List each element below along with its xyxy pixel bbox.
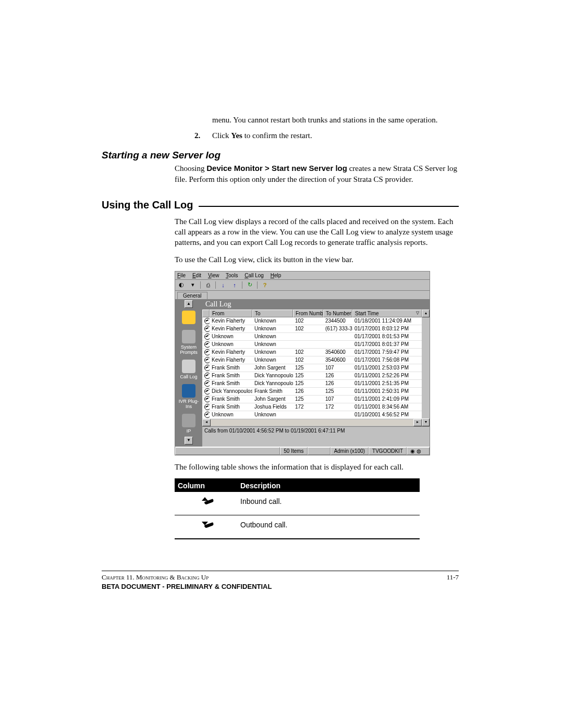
scroll-up-icon[interactable]: ▴ [422, 310, 430, 317]
label: Call Log [180, 374, 197, 379]
tool-refresh-icon[interactable]: ↻ [246, 281, 254, 289]
call-direction-icon [202, 396, 210, 403]
ivr-icon [182, 384, 195, 398]
menubar[interactable]: File Edit View Tools Call Log Help [175, 272, 430, 280]
col-to-number[interactable]: To Number [323, 310, 352, 317]
tool-up-icon[interactable]: ↑ [230, 281, 239, 289]
sort-icon: ▽ [416, 311, 419, 315]
col-to[interactable]: To [252, 310, 293, 317]
tabbar: General [175, 291, 430, 299]
sidebar-item-ivr[interactable]: IVR Plug-Ins [177, 384, 200, 409]
cell-start-time: 01/17/2001 7:59:47 PM [352, 349, 422, 356]
cell-start-time: 01/18/2001 11:24:09 AM [352, 317, 422, 325]
menu-file[interactable]: File [177, 273, 186, 278]
cell-start-time: 01/17/2001 8:01:53 PM [352, 333, 422, 340]
v-scrollbar[interactable]: ▴ ▾ [422, 310, 430, 426]
para-call-log-1: The Call Log view displays a record of t… [175, 216, 459, 248]
table-row[interactable]: Dick YannopoulosFrank Smith12612501/11/2… [202, 388, 422, 396]
col-from-number[interactable]: From Number [293, 310, 323, 317]
cell-to: Dick Yannopoulos [252, 372, 293, 379]
table-row[interactable]: Kevin FlahertyUnknown102(617) 333-34501/… [202, 325, 422, 333]
cell-from: Unknown [210, 411, 252, 418]
cell-start-time: 01/11/2001 2:52:26 PM [352, 372, 422, 379]
tool-print-icon[interactable]: ⎙ [204, 281, 212, 289]
table-row[interactable]: UnknownUnknown01/17/2001 8:01:53 PM [202, 333, 422, 341]
call-direction-icon [202, 380, 210, 387]
col-icon[interactable] [202, 310, 210, 317]
table-row: Outbound call. [175, 515, 420, 539]
cell-to-number: 3540600 [323, 356, 352, 364]
para-server-log: Choosing Device Monitor > Start new Serv… [175, 163, 459, 184]
menu-view[interactable]: View [208, 273, 219, 278]
table-row[interactable]: UnknownUnknown01/17/2001 8:01:37 PM [202, 341, 422, 349]
column-description-table: Column Description Inbound call. Outboun… [175, 478, 420, 539]
cell-from: Frank Smith [210, 372, 252, 379]
scroll-down-icon[interactable]: ▾ [422, 418, 430, 426]
h-scrollbar[interactable]: ◂ ▸ [202, 419, 422, 426]
cell-from-number: 125 [293, 364, 323, 372]
status-tray-icon[interactable]: ◉ ◍ [407, 447, 430, 455]
call-direction-icon [202, 388, 210, 395]
cell-from-number [293, 411, 323, 418]
cell-to: Unknown [252, 349, 293, 356]
sidebar-item-ip[interactable]: IP [177, 414, 200, 434]
cell-from: Kevin Flaherty [210, 317, 252, 325]
step-number: 2. [194, 131, 212, 140]
table-row[interactable]: Kevin FlahertyUnknown102354060001/17/200… [202, 356, 422, 364]
step-2: 2. Click Yes to confirm the restart. [194, 131, 459, 140]
col-from[interactable]: From [210, 310, 252, 317]
label: IVR Plug-Ins [179, 399, 199, 409]
cell-from: Frank Smith [210, 380, 252, 387]
scroll-left-icon[interactable]: ◂ [202, 419, 211, 426]
sidebar-up-icon[interactable]: ▲ [185, 300, 193, 308]
sidebar-item-system-prompts[interactable]: System Prompts [177, 330, 200, 355]
table-row[interactable]: UnknownUnknown01/10/2001 4:56:52 PM [202, 411, 422, 419]
scroll-right-icon[interactable]: ▸ [413, 419, 422, 426]
cell-to-number: 2344500 [323, 317, 352, 325]
sidebar-down-icon[interactable]: ▼ [185, 437, 193, 445]
cell-to: Frank Smith [252, 388, 293, 395]
grid-info: Calls from 01/10/2001 4:56:52 PM to 01/1… [202, 426, 430, 435]
cell-start-time: 01/17/2001 7:56:08 PM [352, 356, 422, 364]
cell-start-time: 01/10/2001 4:56:52 PM [352, 411, 422, 418]
table-row[interactable]: Kevin FlahertyUnknown102354060001/17/200… [202, 349, 422, 356]
cell-to: Unknown [252, 317, 293, 325]
table-row[interactable]: Kevin FlahertyUnknown102234450001/18/200… [202, 317, 422, 325]
heading-call-log-row: Using the Call Log [102, 199, 459, 211]
col-start-time[interactable]: Start Time ▽ [352, 310, 422, 317]
menu-calllog[interactable]: Call Log [244, 273, 264, 278]
cell-from-number [293, 341, 323, 348]
td-description: Inbound call. [240, 497, 282, 505]
tab-general[interactable]: General [177, 292, 207, 299]
th-column: Column [178, 482, 240, 490]
t: Yes [231, 131, 242, 140]
table-row[interactable]: Frank SmithJoshua Fields17217201/11/2001… [202, 403, 422, 411]
tool-down-icon[interactable]: ↓ [219, 281, 227, 289]
tool-new-icon[interactable]: ◐ [177, 281, 186, 289]
cell-to-number: 126 [323, 372, 352, 379]
table-row[interactable]: Frank SmithDick Yannopoulos12512601/11/2… [202, 372, 422, 380]
cell-from: Frank Smith [210, 364, 252, 372]
table-row: Inbound call. [175, 492, 420, 515]
t: Start Time [355, 311, 379, 316]
table-row[interactable]: Frank SmithJohn Sargent12510701/11/2001 … [202, 364, 422, 372]
table-row[interactable]: Frank SmithJohn Sargent12510701/11/2001 … [202, 396, 422, 403]
menu-tools[interactable]: Tools [226, 273, 238, 278]
grid-header[interactable]: From To From Number To Number Start Time… [202, 310, 422, 317]
call-direction-icon [202, 411, 210, 418]
label: IP [187, 428, 191, 434]
menu-edit[interactable]: Edit [192, 273, 201, 278]
call-log-grid: From To From Number To Number Start Time… [202, 310, 422, 419]
table-row[interactable]: Frank SmithDick Yannopoulos12512601/11/2… [202, 380, 422, 388]
cell-from-number: 125 [293, 372, 323, 379]
sidebar-item-unnamed[interactable] [177, 311, 200, 325]
cell-from: Dick Yannopoulos [210, 388, 252, 395]
tool-help-icon[interactable]: ? [261, 281, 269, 289]
heading-server-log: Starting a new Server log [102, 150, 459, 161]
status-user: Admin (x100) [331, 447, 369, 455]
tool-dropdown-icon[interactable]: ▾ [189, 281, 197, 289]
cell-from: Unknown [210, 341, 252, 348]
sidebar-item-call-log[interactable]: Call Log [177, 360, 200, 379]
menu-help[interactable]: Help [271, 273, 282, 278]
page-footer: Chapter 11. Monitoring & Backing Up 11-7… [102, 571, 459, 590]
